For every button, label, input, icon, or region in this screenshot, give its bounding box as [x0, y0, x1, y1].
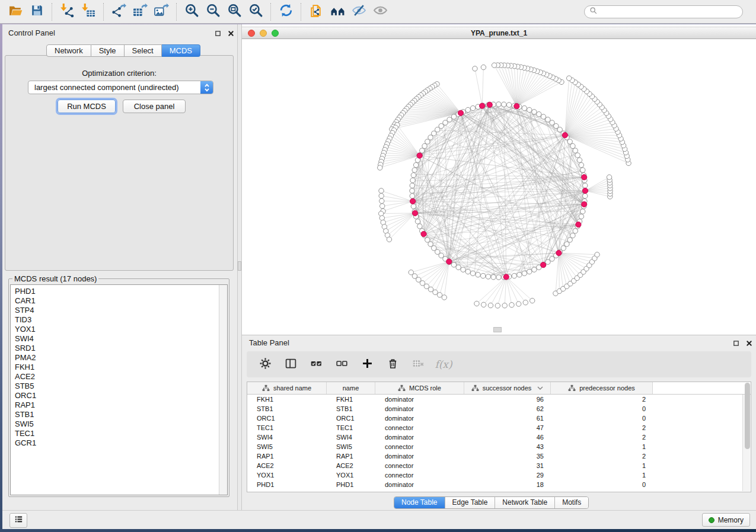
graph-hub-node[interactable]	[556, 250, 562, 255]
vertical-splitter-handle[interactable]	[238, 261, 241, 271]
graph-hub-node[interactable]	[480, 103, 485, 108]
graph-node[interactable]	[575, 153, 580, 158]
graph-node[interactable]	[442, 295, 446, 300]
graph-node[interactable]	[470, 271, 475, 275]
graph-node[interactable]	[550, 120, 554, 125]
graph-node[interactable]	[496, 275, 501, 280]
graph-node[interactable]	[481, 65, 486, 69]
graph-node[interactable]	[522, 271, 527, 275]
graph-hub-node[interactable]	[576, 222, 581, 227]
graph-node[interactable]	[433, 290, 438, 294]
tab-node-table[interactable]: Node Table	[394, 497, 445, 508]
tab-select[interactable]: Select	[125, 44, 162, 57]
graph-node[interactable]	[530, 298, 535, 303]
graph-node[interactable]	[537, 112, 541, 117]
graph-node[interactable]	[512, 273, 516, 278]
save-session-button[interactable]	[26, 2, 47, 22]
graph-node[interactable]	[411, 204, 416, 209]
graph-node[interactable]	[410, 178, 415, 182]
graph-hub-node[interactable]	[446, 259, 452, 264]
table-row[interactable]: RAP1RAP1dominator352	[247, 451, 751, 461]
table-row[interactable]: ACE2ACE2connector311	[247, 461, 751, 470]
export-network-button[interactable]	[108, 2, 129, 22]
graph-node[interactable]	[492, 63, 496, 68]
graph-node[interactable]	[546, 259, 550, 264]
float-icon[interactable]	[213, 29, 222, 37]
graph-node[interactable]	[532, 267, 537, 272]
graph-node[interactable]	[420, 281, 425, 286]
graph-node[interactable]	[480, 273, 485, 278]
graph-hub-node[interactable]	[458, 110, 463, 116]
table-row[interactable]: SWI5SWI5connector431	[247, 442, 751, 451]
graph-node[interactable]	[476, 273, 480, 277]
table-row[interactable]: SWI4SWI4dominator462	[247, 432, 751, 442]
graph-node[interactable]	[496, 102, 501, 107]
tab-motifs[interactable]: Motifs	[554, 497, 588, 508]
graph-hub-node[interactable]	[582, 188, 588, 193]
mcds-list-scrollbar[interactable]	[219, 285, 227, 495]
graph-node[interactable]	[481, 302, 486, 307]
mcds-result-list[interactable]: PHD1CAR1STP4TID3YOX1SWI4SRD1PMA2FKH1ACE2…	[10, 284, 228, 495]
graph-node[interactable]	[417, 224, 422, 229]
graph-node[interactable]	[415, 219, 420, 224]
graph-hub-node[interactable]	[582, 175, 587, 180]
graph-node[interactable]	[567, 238, 572, 242]
column-header-predecessor-nodes[interactable]: predecessor nodes	[551, 382, 653, 394]
graph-node[interactable]	[470, 105, 475, 110]
import-table-button[interactable]	[78, 2, 99, 22]
memory-button[interactable]: Memory	[702, 513, 750, 527]
graph-node[interactable]	[379, 188, 384, 193]
graph-node[interactable]	[474, 301, 479, 306]
graph-node[interactable]	[573, 148, 578, 153]
close-panel-button[interactable]: Close panel	[123, 100, 186, 113]
first-neighbors-button[interactable]	[327, 2, 348, 22]
graph-node[interactable]	[486, 274, 490, 279]
create-column-button[interactable]	[359, 357, 375, 372]
graph-hub-node[interactable]	[421, 231, 426, 236]
graph-node[interactable]	[379, 193, 384, 198]
graph-node[interactable]	[413, 162, 418, 167]
graph-node[interactable]	[502, 102, 506, 107]
graph-node[interactable]	[378, 165, 382, 170]
graph-node[interactable]	[451, 262, 456, 267]
graph-hub-node[interactable]	[487, 102, 492, 107]
graph-node[interactable]	[428, 135, 433, 140]
graph-node[interactable]	[570, 143, 575, 148]
graph-node[interactable]	[425, 238, 430, 242]
graph-node[interactable]	[522, 105, 527, 110]
search-input[interactable]	[601, 6, 738, 18]
graph-node[interactable]	[379, 198, 384, 203]
show-panels-button[interactable]	[9, 513, 27, 528]
criterion-select[interactable]: largest connected component (undirected)	[28, 81, 213, 94]
tab-edge-table[interactable]: Edge Table	[445, 497, 495, 508]
table-row[interactable]: STB1STB1dominator620	[247, 404, 751, 414]
zoom-out-button[interactable]	[202, 2, 224, 22]
network-graph[interactable]	[242, 39, 756, 329]
graph-node[interactable]	[583, 183, 588, 188]
graph-node[interactable]	[580, 168, 585, 172]
table-row[interactable]: FKH1FKH1dominator962	[247, 395, 751, 404]
graph-node[interactable]	[379, 211, 384, 216]
graph-hub-node[interactable]	[503, 274, 509, 280]
table-row[interactable]: ORC1ORC1dominator610	[247, 414, 751, 423]
graph-node[interactable]	[580, 209, 585, 214]
export-image-button[interactable]	[151, 2, 172, 22]
graph-node[interactable]	[422, 143, 427, 148]
tab-network-table[interactable]: Network Table	[495, 497, 554, 508]
graph-node[interactable]	[527, 269, 532, 274]
graph-node[interactable]	[410, 194, 414, 198]
graph-node[interactable]	[577, 158, 582, 162]
graph-node[interactable]	[437, 293, 442, 297]
column-header-shared-name[interactable]: shared name	[247, 382, 327, 394]
delete-table-button[interactable]	[410, 357, 426, 372]
table-row[interactable]: PHD1PHD1dominator180	[247, 480, 751, 489]
graph-node[interactable]	[567, 76, 572, 81]
graph-node[interactable]	[410, 188, 414, 193]
import-network-button[interactable]	[56, 2, 78, 22]
graph-node[interactable]	[595, 252, 599, 257]
deselect-all-rows-button[interactable]	[334, 357, 349, 372]
zoom-in-button[interactable]	[181, 2, 202, 22]
table-scrollbar-thumb[interactable]	[745, 383, 750, 449]
graph-node[interactable]	[502, 303, 507, 308]
graph-node[interactable]	[428, 287, 433, 291]
